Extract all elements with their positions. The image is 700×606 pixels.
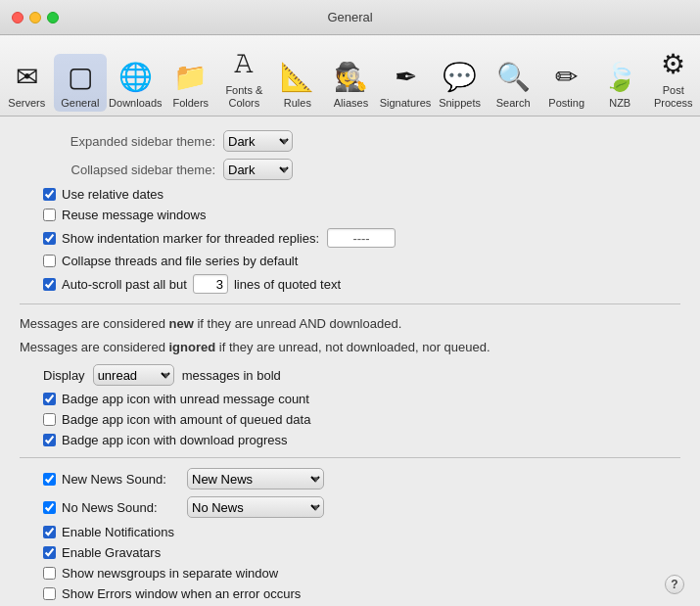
aliases-icon: 🕵 [332, 58, 369, 95]
window-title: General [327, 10, 372, 24]
show-errors-window-label: Show Errors window when an error occurs [62, 586, 301, 601]
toolbar-item-general[interactable]: ▢General [54, 54, 108, 112]
info-new-bold: new [168, 316, 193, 331]
collapse-threads-label: Collapse threads and file series by defa… [62, 254, 298, 268]
auto-scroll-checkbox[interactable] [43, 278, 56, 291]
badge-queued-checkbox[interactable] [43, 413, 56, 426]
use-relative-dates-label: Use relative dates [62, 187, 163, 202]
info-ignored-bold: ignored [168, 340, 215, 354]
toolbar-label-posting: Posting [548, 97, 584, 110]
toolbar-item-aliases[interactable]: 🕵Aliases [324, 54, 378, 112]
badge-queued-row: Badge app icon with amount of queued dat… [43, 412, 680, 427]
display-prefix-label: Display [43, 368, 85, 383]
toolbar-item-posting[interactable]: ✏Posting [539, 54, 593, 112]
toolbar-label-downloads: Downloads [109, 97, 162, 110]
use-relative-dates-checkbox[interactable] [43, 188, 56, 201]
no-news-sound-select[interactable]: No NewsBassoBlowBottle [187, 496, 324, 518]
show-newsgroups-separate-label: Show newsgroups in separate window [62, 566, 278, 581]
toolbar: ✉Servers▢General🌐Downloads📁Folders𝙰Fonts… [0, 35, 700, 117]
badge-download-row: Badge app icon with download progress [43, 433, 680, 447]
reuse-message-windows-row: Reuse message windows [43, 208, 680, 222]
traffic-lights [12, 12, 59, 23]
post-process-icon: ⚙ [655, 45, 692, 82]
info-ignored-prefix: Messages are considered [20, 340, 165, 354]
expanded-theme-row: Expanded sidebar theme: DarkLightAuto [20, 130, 680, 152]
info-new-prefix: Messages are considered [20, 316, 165, 331]
toolbar-item-search[interactable]: 🔍Search [487, 54, 540, 112]
toolbar-label-folders: Folders [172, 97, 209, 110]
enable-notifications-checkbox[interactable] [43, 526, 56, 538]
collapsed-theme-label: Collapsed sidebar theme: [20, 163, 215, 177]
collapsed-theme-select-wrapper[interactable]: DarkLightAuto [223, 159, 293, 180]
badge-section: Badge app icon with unread message count… [20, 392, 680, 447]
info-section: Messages are considered new if they are … [20, 314, 680, 356]
badge-unread-checkbox[interactable] [43, 393, 56, 405]
info-new-rest: if they are unread AND downloaded. [197, 316, 401, 331]
close-button[interactable] [12, 12, 23, 23]
enable-gravatars-row: Enable Gravatars [43, 545, 680, 560]
toolbar-item-fonts-colors[interactable]: 𝙰Fonts & Colors [217, 41, 271, 112]
search-icon: 🔍 [494, 58, 532, 95]
collapse-threads-checkbox[interactable] [43, 255, 56, 267]
display-select[interactable]: unreadreadall [93, 364, 174, 386]
expanded-theme-select-wrapper[interactable]: DarkLightAuto [223, 130, 293, 152]
fonts-colors-icon: 𝙰 [225, 45, 262, 82]
new-news-sound-label: New News Sound: [62, 472, 179, 487]
badge-download-label: Badge app icon with download progress [62, 433, 288, 447]
auto-scroll-suffix: lines of quoted text [234, 277, 341, 292]
new-news-sound-checkbox[interactable] [43, 473, 56, 486]
nzb-icon: 🍃 [601, 58, 638, 95]
use-relative-dates-row: Use relative dates [43, 187, 680, 202]
enable-gravatars-label: Enable Gravatars [62, 545, 161, 560]
new-news-sound-select[interactable]: New NewsBassoBlowBottle [187, 468, 324, 489]
rules-icon: 📐 [279, 58, 316, 95]
enable-gravatars-checkbox[interactable] [43, 546, 56, 559]
help-button[interactable]: ? [665, 575, 684, 594]
general-icon: ▢ [62, 58, 99, 95]
badge-unread-label: Badge app icon with unread message count [62, 392, 309, 406]
posting-icon: ✏ [548, 58, 585, 95]
sound-section: New News Sound: New NewsBassoBlowBottle … [20, 468, 680, 606]
collapsed-theme-select[interactable]: DarkLightAuto [223, 159, 293, 180]
toolbar-label-rules: Rules [284, 97, 311, 110]
no-news-sound-select-wrapper[interactable]: No NewsBassoBlowBottle [187, 496, 324, 518]
reuse-message-windows-label: Reuse message windows [62, 208, 206, 222]
badge-download-checkbox[interactable] [43, 434, 56, 446]
indentation-input[interactable] [327, 228, 396, 248]
separator-2 [20, 457, 680, 458]
show-indentation-label: Show indentation marker for threaded rep… [62, 231, 319, 246]
toolbar-item-downloads[interactable]: 🌐Downloads [107, 54, 163, 112]
main-content: Expanded sidebar theme: DarkLightAuto Co… [0, 117, 700, 606]
toolbar-item-folders[interactable]: 📁Folders [164, 54, 218, 112]
show-newsgroups-separate-checkbox[interactable] [43, 567, 56, 580]
minimize-button[interactable] [29, 12, 41, 23]
toolbar-item-rules[interactable]: 📐Rules [271, 54, 325, 112]
show-indentation-checkbox[interactable] [43, 232, 56, 245]
toolbar-label-signatures: Signatures [380, 97, 432, 110]
toolbar-item-signatures[interactable]: ✒Signatures [378, 54, 434, 112]
new-news-sound-select-wrapper[interactable]: New NewsBassoBlowBottle [187, 468, 324, 489]
badge-unread-row: Badge app icon with unread message count [43, 392, 680, 406]
auto-scroll-number-input[interactable] [193, 274, 228, 294]
display-select-wrapper[interactable]: unreadreadall [93, 364, 174, 386]
snippets-icon: 💬 [442, 58, 479, 95]
expanded-theme-select[interactable]: DarkLightAuto [223, 130, 293, 152]
show-errors-window-row: Show Errors window when an error occurs [43, 586, 680, 601]
badge-queued-label: Badge app icon with amount of queued dat… [62, 412, 310, 427]
reuse-message-windows-checkbox[interactable] [43, 209, 56, 221]
toolbar-item-post-process[interactable]: ⚙Post Process [646, 41, 700, 112]
auto-scroll-row: Auto-scroll past all but lines of quoted… [43, 274, 680, 294]
show-indentation-row: Show indentation marker for threaded rep… [43, 228, 680, 248]
show-errors-window-checkbox[interactable] [43, 587, 56, 600]
folders-icon: 📁 [172, 58, 210, 95]
toolbar-item-snippets[interactable]: 💬Snippets [433, 54, 487, 112]
toolbar-label-snippets: Snippets [439, 97, 481, 110]
display-suffix-label: messages in bold [182, 368, 281, 383]
maximize-button[interactable] [47, 12, 59, 23]
no-news-sound-checkbox[interactable] [43, 501, 56, 514]
basic-checkboxes-section: Use relative dates Reuse message windows… [20, 187, 680, 294]
toolbar-label-nzb: NZB [609, 97, 630, 110]
toolbar-item-nzb[interactable]: 🍃NZB [593, 54, 647, 112]
new-news-sound-row: New News Sound: New NewsBassoBlowBottle [43, 468, 680, 489]
toolbar-item-servers[interactable]: ✉Servers [0, 54, 54, 112]
